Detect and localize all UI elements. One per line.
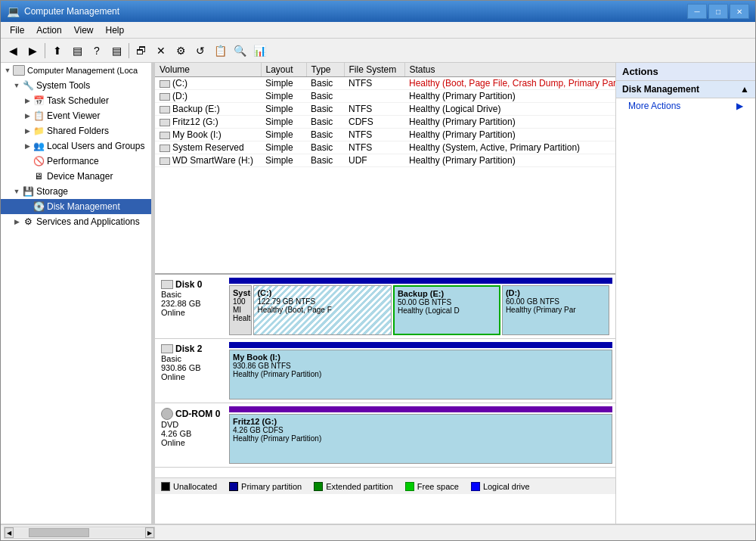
toolbar-delete[interactable]: ✕ [152,42,170,60]
disk-mgmt-icon: 💽 [33,201,45,213]
volume-table: Volume Layout Type File System Status (C… [155,63,615,167]
cell-filesystem [344,90,404,103]
cell-filesystem: NTFS [344,141,404,154]
actions-more-actions[interactable]: More Actions ▶ [616,98,755,113]
sidebar-item-task-scheduler[interactable]: ▶ 📅 Task Scheduler [1,93,151,108]
partition-name: Backup (E:) [398,289,496,298]
sidebar-label-performance: Performance [47,156,99,166]
partition-block[interactable]: Fritz12 (G:) 4.26 GB CDFS Healthy (Prima… [229,414,612,464]
col-filesystem[interactable]: File System [344,63,404,77]
partition-block[interactable]: (D:) 60.00 GB NTFS Healthy (Primary Par [502,285,609,335]
partition-status: Healthy (Primary Partition) [233,434,609,443]
actions-section-label: Disk Management [622,84,699,95]
cell-status: Healthy (Primary Partition) [404,154,615,167]
cell-status: Healthy (System, Active, Primary Partiti… [404,141,615,154]
col-layout[interactable]: Layout [261,63,306,77]
storage-icon: 💾 [22,185,34,197]
status-bar: ◀ ▶ [1,524,755,540]
disk-size: 930.86 GB [161,363,223,372]
sidebar-item-shared-folders[interactable]: ▶ 📁 Shared Folders [1,123,151,138]
toolbar-forward[interactable]: ▶ [23,42,42,60]
hscroll-left[interactable]: ◀ [5,527,14,538]
menu-view[interactable]: View [68,23,100,37]
sidebar-label-device-manager: Device Manager [47,171,113,182]
menu-bar: File Action View Help [1,22,755,39]
table-row[interactable]: WD SmartWare (H:) Simple Basic UDF Healt… [155,154,615,167]
toolbar-show-hide[interactable]: ▤ [68,42,86,60]
table-row[interactable]: My Book (I:) Simple Basic NTFS Healthy (… [155,129,615,141]
disk-type: Basic [161,290,223,299]
sidebar-label-disk-management: Disk Management [47,201,120,212]
cell-filesystem: NTFS [344,77,404,90]
table-row[interactable]: (C:) Simple Basic NTFS Healthy (Boot, Pa… [155,77,615,90]
menu-help[interactable]: Help [100,23,131,37]
disk-row: CD-ROM 0 DVD 4.26 GB Online Fritz12 (G:)… [155,403,615,468]
cell-filesystem: UDF [344,154,404,167]
actions-section-collapse-icon: ▲ [740,84,749,95]
disk-mgmt-expand-icon: ▶ [22,201,33,212]
toolbar-up[interactable]: ⬆ [48,42,67,60]
cell-status: Healthy (Primary Partition) [404,90,615,103]
sidebar-item-performance[interactable]: ▶ 🚫 Performance [1,154,151,169]
sidebar-item-system-tools[interactable]: ▼ 🔧 System Tools [1,78,151,93]
sidebar-label-shared-folders: Shared Folders [47,126,109,136]
shared-expand-icon: ▶ [22,126,33,136]
toolbar-new-window[interactable]: 🗗 [132,42,150,60]
disk-info: Disk 0 Basic 232.88 GB Online [158,278,226,335]
legend-unallocated-label: Unallocated [173,482,217,491]
toolbar-cmd[interactable]: ▤ [107,42,125,60]
maximize-button[interactable]: □ [708,4,728,19]
partition-size: 60.00 GB NTFS [506,297,606,306]
volume-table-area: Volume Layout Type File System Status (C… [155,63,615,275]
toolbar-props[interactable]: ⚙ [172,42,190,60]
col-volume[interactable]: Volume [155,63,261,77]
cell-filesystem: NTFS [344,103,404,116]
sidebar-item-services-apps[interactable]: ▶ ⚙ Services and Applications [1,214,151,229]
root-icon [13,64,25,76]
close-button[interactable]: ✕ [730,4,749,19]
table-row[interactable]: Backup (E:) Simple Basic NTFS Healthy (L… [155,103,615,116]
sidebar-item-event-viewer[interactable]: ▶ 📋 Event Viewer [1,108,151,123]
partition-block[interactable]: My Book (I:) 930.86 GB NTFS Healthy (Pri… [229,350,612,400]
cell-volume: (D:) [155,90,261,103]
sidebar-label-task-scheduler: Task Scheduler [47,95,109,106]
toolbar-help[interactable]: ? [88,42,106,60]
actions-section-disk-management[interactable]: Disk Management ▲ [616,81,755,98]
table-row[interactable]: System Reserved Simple Basic NTFS Health… [155,141,615,154]
disk-visual-area: Disk 0 Basic 232.88 GB Online Syster 100… [155,275,615,494]
col-type[interactable]: Type [306,63,344,77]
sidebar-label-services-apps: Services and Applications [36,216,140,227]
table-row[interactable]: (D:) Simple Basic Healthy (Primary Parti… [155,90,615,103]
partition-block[interactable]: (C:) 122.79 GB NTFS Healthy (Boot, Page … [253,285,392,335]
partition-block[interactable]: Syster 100 MI Health [229,285,252,335]
legend-logical: Logical drive [471,482,530,491]
sidebar-item-storage[interactable]: ▼ 💾 Storage [1,184,151,199]
sidebar-label-storage: Storage [36,186,68,197]
toolbar-extra[interactable]: 📊 [250,42,268,60]
menu-action[interactable]: Action [30,23,67,37]
menu-file[interactable]: File [4,23,30,37]
table-row[interactable]: Fritz12 (G:) Simple Basic CDFS Healthy (… [155,116,615,129]
partition-status: Healthy (Logical D [398,306,496,315]
event-icon: 📋 [33,110,45,122]
sidebar-item-device-manager[interactable]: ▶ 🖥 Device Manager [1,169,151,184]
toolbar-refresh[interactable]: ↺ [191,42,209,60]
toolbar-search[interactable]: 🔍 [231,42,249,60]
sidebar-item-disk-management[interactable]: ▶ 💽 Disk Management [1,199,151,214]
sidebar-root[interactable]: ▼ Computer Management (Loca [1,63,151,78]
minimize-button[interactable]: ─ [687,4,707,19]
cell-volume: Fritz12 (G:) [155,116,261,129]
disk-type: DVD [161,420,223,429]
hscroll-right[interactable]: ▶ [145,527,154,538]
legend-free-label: Free space [417,482,459,491]
col-status[interactable]: Status [404,63,615,77]
partition-name: My Book (I:) [233,353,609,362]
partition-block[interactable]: Backup (E:) 50.00 GB NTFS Healthy (Logic… [393,285,500,335]
disk-type: Basic [161,354,223,363]
toolbar: ◀ ▶ ⬆ ▤ ? ▤ 🗗 ✕ ⚙ ↺ 📋 🔍 📊 [1,39,755,63]
cell-filesystem: CDFS [344,116,404,129]
toolbar-export[interactable]: 📋 [211,42,229,60]
sidebar-item-local-users[interactable]: ▶ 👥 Local Users and Groups [1,138,151,154]
toolbar-back[interactable]: ◀ [4,42,22,60]
disk-name: Disk 0 [161,279,223,290]
